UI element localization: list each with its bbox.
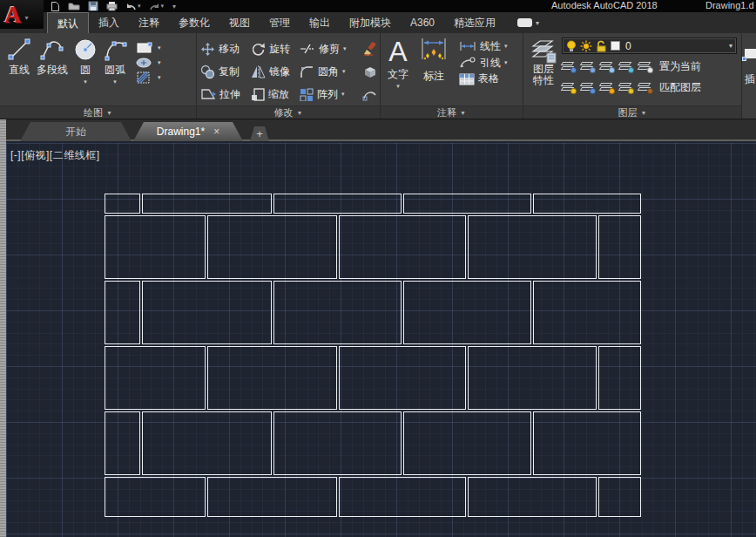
brick[interactable] <box>207 346 337 410</box>
brick[interactable] <box>598 215 641 279</box>
brick[interactable] <box>598 346 641 410</box>
brick[interactable] <box>105 411 140 475</box>
brick[interactable] <box>403 411 531 475</box>
brick[interactable] <box>142 281 272 344</box>
brick[interactable] <box>598 477 641 517</box>
brick[interactable] <box>105 346 206 410</box>
brick[interactable] <box>339 477 466 517</box>
brick[interactable] <box>339 215 466 279</box>
brick[interactable] <box>403 281 531 344</box>
app-menu-dropdown-icon: ▾ <box>25 14 29 22</box>
brick[interactable] <box>403 194 531 214</box>
brick[interactable] <box>533 281 641 344</box>
autocad-logo-icon: A <box>4 2 22 28</box>
brick[interactable] <box>468 215 597 279</box>
brick[interactable] <box>207 215 337 279</box>
brick[interactable] <box>105 194 140 214</box>
brick[interactable] <box>105 281 140 344</box>
brick[interactable] <box>273 281 402 344</box>
brick[interactable] <box>105 477 206 517</box>
brick[interactable] <box>273 411 402 475</box>
application-menu-button[interactable]: A ▾ <box>0 0 44 29</box>
brick[interactable] <box>142 411 272 475</box>
brick[interactable] <box>142 194 272 214</box>
brick[interactable] <box>468 477 597 517</box>
brick-wall-drawing <box>0 0 756 537</box>
brick[interactable] <box>339 346 466 410</box>
brick[interactable] <box>468 346 597 410</box>
brick[interactable] <box>207 477 337 517</box>
brick[interactable] <box>273 194 402 214</box>
brick[interactable] <box>105 215 206 279</box>
brick[interactable] <box>533 194 641 214</box>
brick[interactable] <box>533 411 641 475</box>
